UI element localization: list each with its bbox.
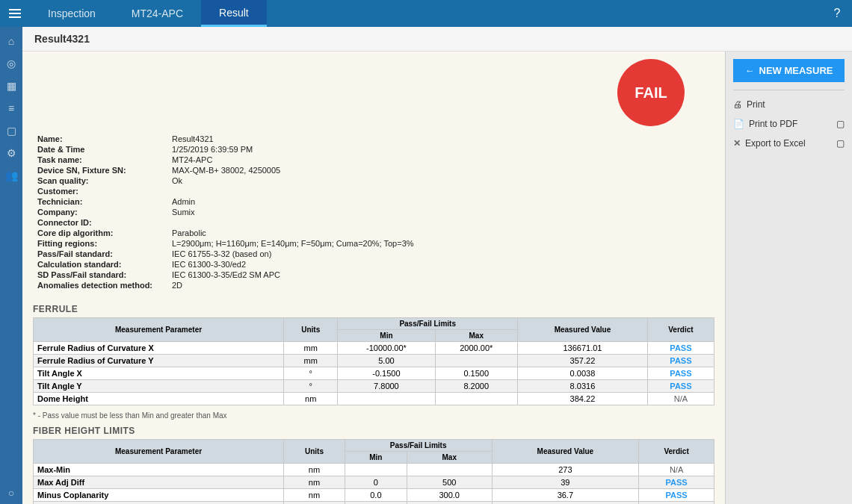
svg-rect-0 — [9, 9, 21, 10]
print-pdf-icon2: ▢ — [836, 119, 845, 129]
report-area: FAIL Name:Result4321 Date & Time1/25/201… — [22, 52, 725, 504]
col-max: Max — [435, 330, 518, 342]
col-measured: Measured Value — [518, 318, 648, 342]
table-row: Minus Coplanarity nm 0.0 300.0 36.7 PASS — [34, 489, 714, 502]
export-excel-label: Export to Excel — [745, 138, 806, 149]
right-panel: ← NEW MEASURE 🖨 Print 📄 Print to PDF ▢ ✕… — [725, 52, 852, 504]
info-row: Connector ID: — [33, 217, 714, 228]
info-row: Task name:MT24-APC — [33, 155, 714, 165]
info-row: Anomalies detection method:2D — [33, 280, 714, 290]
tab-mt24apc[interactable]: MT24-APC — [114, 0, 201, 27]
fail-badge: FAIL — [617, 59, 685, 126]
sidebar-target[interactable]: ◎ — [0, 52, 22, 75]
new-measure-button[interactable]: ← NEW MEASURE — [733, 59, 845, 82]
info-section: FAIL Name:Result4321 Date & Time1/25/201… — [33, 59, 714, 298]
excel-icon: ✕ — [733, 138, 741, 149]
main-content: Result4321 FAIL Name:Result4321 Date & T… — [22, 27, 852, 504]
page-title: Result4321 — [34, 33, 90, 45]
divider — [733, 90, 845, 90]
fiber-height-title: FIBER HEIGHT LIMITS — [33, 426, 714, 436]
info-row: SD Pass/Fail standard:IEC 61300-3-35/Ed2… — [33, 270, 714, 280]
sidebar-users[interactable]: 👥 — [0, 164, 22, 187]
sidebar-folder[interactable]: ▢ — [0, 119, 22, 142]
sidebar: ⌂ ◎ ▦ ≡ ▢ ⚙ 👥 ○ — [0, 27, 22, 504]
hamburger-menu[interactable] — [0, 0, 30, 27]
print-action[interactable]: 🖨 Print — [733, 98, 845, 111]
info-table: Name:Result4321 Date & Time1/25/2019 6:3… — [33, 134, 714, 290]
print-label: Print — [747, 99, 765, 110]
export-excel-action[interactable]: ✕ Export to Excel ▢ — [733, 137, 845, 150]
tab-inspection[interactable]: Inspection — [30, 0, 114, 27]
info-row: Scan quality:Ok — [33, 175, 714, 186]
layout: ⌂ ◎ ▦ ≡ ▢ ⚙ 👥 ○ Result4321 FAIL — [0, 27, 852, 504]
svg-rect-2 — [9, 16, 21, 18]
info-row: Core dip algorithm:Parabolic — [33, 228, 714, 238]
info-row: Company:Sumix — [33, 207, 714, 217]
export-excel-icon2: ▢ — [836, 138, 845, 149]
col-units: Units — [284, 318, 338, 342]
info-row: Device SN, Fixture SN:MAX-QM-B+ 38002, 4… — [33, 165, 714, 175]
ferrule-title: FERRULE — [33, 304, 714, 314]
fiber-height-table: Measurement Parameter Units Pass/Fail Li… — [33, 439, 714, 504]
sidebar-circle[interactable]: ○ — [0, 482, 22, 504]
help-button[interactable]: ? — [822, 0, 852, 27]
arrow-left-icon: ← — [745, 65, 755, 76]
print-pdf-label: Print to PDF — [749, 119, 797, 129]
table-row: Coplanarity Plane Angle X ° 0.0706 N/A — [34, 502, 714, 505]
info-row: Customer: — [33, 186, 714, 196]
col-min: Min — [338, 330, 435, 342]
info-row: Pass/Fail standard:IEC 61755-3-32 (based… — [33, 249, 714, 259]
table-row: Max-Min nm 273 N/A — [34, 464, 714, 476]
info-row: Technician:Admin — [33, 196, 714, 207]
sidebar-home[interactable]: ⌂ — [0, 30, 22, 52]
sidebar-tools[interactable]: ⚙ — [0, 142, 22, 164]
top-nav: Inspection MT24-APC Result ? — [0, 0, 852, 27]
svg-rect-1 — [9, 13, 21, 14]
ferrule-table: Measurement Parameter Units Pass/Fail Li… — [33, 317, 714, 405]
content-area: FAIL Name:Result4321 Date & Time1/25/201… — [22, 52, 852, 504]
info-row: Fitting regions:L=2900μm; H=1160μm; E=14… — [33, 238, 714, 249]
pdf-icon: 📄 — [733, 119, 744, 129]
table-row: Tilt Angle X ° -0.1500 0.1500 0.0038 PAS… — [34, 367, 714, 380]
table-row: Ferrule Radius of Curvature Y mm 5.00 35… — [34, 355, 714, 367]
tab-result[interactable]: Result — [201, 0, 267, 27]
col-verdict: Verdict — [647, 318, 714, 342]
print-pdf-action[interactable]: 📄 Print to PDF ▢ — [733, 117, 845, 131]
nav-tabs: Inspection MT24-APC Result — [30, 0, 267, 27]
col-pf: Pass/Fail Limits — [338, 318, 518, 330]
new-measure-label: NEW MEASURE — [759, 65, 833, 76]
table-row: Max Adj Diff nm 0 500 39 PASS — [34, 476, 714, 489]
info-label: Name: — [33, 134, 167, 144]
sidebar-chart[interactable]: ▦ — [0, 75, 22, 97]
info-row: Date & Time1/25/2019 6:39:59 PM — [33, 144, 714, 155]
ferrule-note: * - Pass value must be less than Min and… — [33, 411, 714, 420]
table-row: Ferrule Radius of Curvature X mm -10000.… — [34, 342, 714, 355]
info-value: Result4321 — [167, 134, 714, 144]
page-header: Result4321 — [22, 27, 852, 52]
table-row: Tilt Angle Y ° 7.8000 8.2000 8.0316 PASS — [34, 380, 714, 393]
info-row: Name:Result4321 — [33, 134, 714, 144]
info-row: Calculation standard:IEC 61300-3-30/ed2 — [33, 259, 714, 270]
print-icon: 🖨 — [733, 99, 742, 110]
table-row: Dome Height nm 384.22 N/A — [34, 393, 714, 405]
col-param: Measurement Parameter — [34, 318, 284, 342]
sidebar-filter[interactable]: ≡ — [0, 97, 22, 119]
